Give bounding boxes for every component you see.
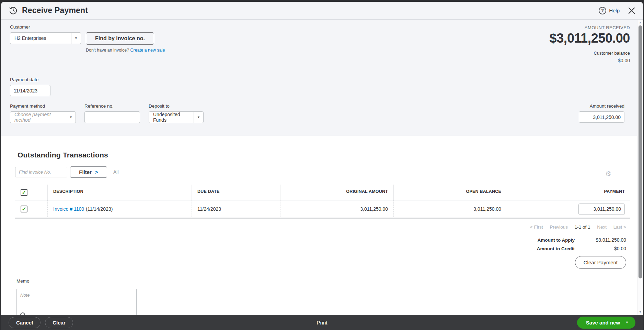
create-new-sale-link[interactable]: Create a new sale <box>130 48 165 53</box>
customer-label: Customer <box>10 24 81 30</box>
scrollbar-thumb[interactable] <box>639 25 642 278</box>
footer-bar: Cancel Clear Print Save and new ▼ <box>1 315 643 330</box>
help-button[interactable]: ? Help <box>599 7 620 14</box>
outstanding-transactions-section: Outstanding Transactions Filter > All ⚙ … <box>1 151 637 315</box>
reference-group: Reference no. <box>84 103 140 123</box>
table-row-description: Invoice # 1100 (11/14/2023) <box>48 200 192 219</box>
table-row-open-balance: 3,011,250.00 <box>394 200 507 219</box>
filter-label: Filter <box>79 169 92 175</box>
close-icon[interactable] <box>628 7 635 14</box>
save-and-new-label: Save and new <box>586 320 620 326</box>
history-icon[interactable] <box>9 6 18 15</box>
find-by-invoice-button[interactable]: Find by invoice no. <box>86 32 154 45</box>
pagination-previous[interactable]: Previous <box>550 224 568 230</box>
amount-received-input-label: Amount received <box>579 103 624 109</box>
vertical-scrollbar[interactable]: ▲ ▼ <box>637 20 643 315</box>
payment-method-select[interactable]: Choose payment method ▼ <box>10 111 76 123</box>
column-header-description: DESCRIPTION <box>48 185 192 200</box>
column-header-due-date: DUE DATE <box>192 185 280 200</box>
table-row-due-date: 11/24/2023 <box>192 200 280 219</box>
payment-method-group: Payment method Choose payment method ▼ <box>10 103 76 123</box>
table-row-checkbox-cell: ✓ <box>15 200 48 219</box>
amount-received-summary: AMOUNT RECEIVED $3,011,250.00 Customer b… <box>550 24 630 63</box>
chevron-down-icon[interactable]: ▼ <box>194 112 203 123</box>
pagination-range: 1-1 of 1 <box>575 224 590 230</box>
row-checkbox[interactable]: ✓ <box>21 206 27 212</box>
scroll-up-icon[interactable]: ▲ <box>637 21 643 24</box>
section-title: Outstanding Transactions <box>18 151 630 159</box>
reference-input[interactable] <box>84 111 140 123</box>
customer-select[interactable]: H2 Enterprises ▼ <box>10 32 81 44</box>
help-icon: ? <box>599 7 606 14</box>
modal-body: ▲ ▼ Customer H2 Enterprises ▼ <box>1 20 643 315</box>
column-header-original-amount: ORIGINAL AMOUNT <box>280 185 394 200</box>
customer-value: H2 Enterprises <box>10 33 71 44</box>
pagination-first[interactable]: < First <box>530 224 543 230</box>
select-all-checkbox[interactable]: ✓ <box>21 189 27 196</box>
totals-block: Amount to Apply $3,011,250.00 Amount to … <box>15 237 630 251</box>
scroll-down-icon[interactable]: ▼ <box>637 310 643 314</box>
find-invoice-input[interactable] <box>15 167 67 177</box>
page-title: Receive Payment <box>22 6 88 15</box>
column-header-open-balance: OPEN BALANCE <box>394 185 507 200</box>
save-and-new-button[interactable]: Save and new ▼ <box>577 317 635 329</box>
chevron-down-icon[interactable]: ▼ <box>71 33 81 44</box>
invoice-date: (11/14/2023) <box>86 206 113 212</box>
invoice-link[interactable]: Invoice # 1100 <box>53 206 84 212</box>
gear-icon[interactable]: ⚙ <box>605 169 611 178</box>
cancel-button[interactable]: Cancel <box>9 317 41 328</box>
deposit-to-select[interactable]: Undeposited Funds ▼ <box>149 111 204 123</box>
no-invoice-text: Don't have an invoice? <box>86 48 129 53</box>
memo-group: Memo <box>16 278 630 315</box>
payment-date-group: Payment date <box>10 77 630 96</box>
column-header-payment: PAYMENT <box>507 185 630 200</box>
help-label: Help <box>609 8 620 13</box>
pagination-next[interactable]: Next <box>597 224 607 230</box>
deposit-to-label: Deposit to <box>149 103 204 109</box>
filter-button[interactable]: Filter > <box>70 166 107 178</box>
modal-header: Receive Payment ? Help <box>1 2 643 20</box>
attachment-icon <box>20 312 25 315</box>
amount-to-apply-value: $3,011,250.00 <box>575 237 626 243</box>
customer-balance-label: Customer balance <box>550 51 630 56</box>
deposit-to-value: Undeposited Funds <box>149 112 194 123</box>
table-row-payment-cell <box>507 200 630 219</box>
deposit-to-group: Deposit to Undeposited Funds ▼ <box>149 103 204 123</box>
customer-balance-value: $0.00 <box>550 58 630 63</box>
reference-label: Reference no. <box>84 103 140 109</box>
amount-to-credit-label: Amount to Credit <box>537 246 575 251</box>
amount-received-value: $3,011,250.00 <box>550 31 630 46</box>
clear-payment-button[interactable]: Clear Payment <box>575 256 626 269</box>
amount-to-apply-label: Amount to Apply <box>538 238 575 243</box>
payment-method-placeholder: Choose payment method <box>10 112 66 123</box>
amount-to-credit-value: $0.00 <box>575 246 626 251</box>
find-invoice-group: Find by invoice no. Don't have an invoic… <box>86 24 165 63</box>
filter-status: All <box>113 169 119 175</box>
receive-payment-modal: Receive Payment ? Help ▲ ▼ <box>1 2 643 330</box>
payment-form-section: Customer H2 Enterprises ▼ Find by invoic… <box>1 20 637 136</box>
amount-received-input-group: Amount received <box>579 103 624 123</box>
amount-received-label: AMOUNT RECEIVED <box>550 25 630 30</box>
transactions-table: ✓ DESCRIPTION DUE DATE ORIGINAL AMOUNT O… <box>15 185 630 219</box>
table-row-original-amount: 3,011,250.00 <box>280 200 394 219</box>
payment-amount-input[interactable] <box>578 204 625 215</box>
amount-received-input[interactable] <box>579 111 624 123</box>
payment-date-input[interactable] <box>10 85 50 96</box>
payment-method-label: Payment method <box>10 103 76 109</box>
select-all-header: ✓ <box>15 185 48 200</box>
customer-group: Customer H2 Enterprises ▼ <box>10 24 81 63</box>
pagination-last[interactable]: Last > <box>613 224 626 230</box>
clear-button[interactable]: Clear <box>45 317 73 328</box>
memo-textarea[interactable] <box>16 289 137 315</box>
pagination: < First Previous 1-1 of 1 Next Last > <box>15 224 630 230</box>
print-button[interactable]: Print <box>317 320 327 326</box>
chevron-down-icon[interactable]: ▼ <box>66 112 76 123</box>
payment-date-label: Payment date <box>10 77 630 82</box>
chevron-down-icon[interactable]: ▼ <box>625 321 629 324</box>
chevron-right-icon: > <box>95 169 98 175</box>
memo-label: Memo <box>16 278 630 284</box>
